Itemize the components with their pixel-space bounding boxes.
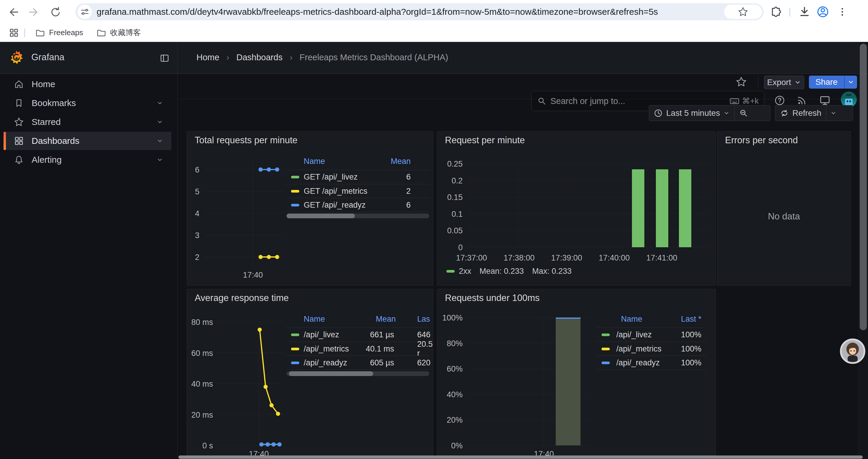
series-color-dash <box>601 333 610 336</box>
display-button[interactable] <box>819 95 831 106</box>
panel-request-per-minute: Request per minute 0.250.20.150.10.05017… <box>437 131 716 286</box>
legend-row[interactable]: GET /api/_livez 6 <box>286 170 429 184</box>
panel-average-response-time: Average response time 80 ms60 ms40 ms20 … <box>187 289 433 459</box>
svg-text:17:38:00: 17:38:00 <box>503 254 534 262</box>
bookmark-folder-blogs[interactable]: 收藏博客 <box>96 28 141 38</box>
scrollbar-thumb[interactable] <box>289 371 373 376</box>
horizontal-scrollbar-thumb[interactable] <box>179 455 863 459</box>
legend-col-mean[interactable]: Mean <box>376 315 396 324</box>
sidebar-item-home[interactable]: Home <box>4 76 172 93</box>
page-scrollbar-thumb[interactable] <box>860 44 867 330</box>
bar-chart[interactable]: 0.250.20.150.10.05017:37:0017:38:0017:39… <box>437 131 716 285</box>
series-color-dash <box>291 190 299 193</box>
series-color-dash <box>291 362 299 364</box>
legend-col-name[interactable]: Name <box>304 315 325 324</box>
legend-row[interactable]: /api/_livez 661 µs 646 <box>286 328 429 341</box>
refresh-icon <box>780 109 789 118</box>
svg-text:0.1: 0.1 <box>452 210 463 219</box>
time-controls: Last 5 minutes <box>649 105 771 121</box>
chevron-down-icon[interactable] <box>157 157 163 163</box>
floating-assistant-avatar[interactable] <box>840 338 865 364</box>
chevron-down-icon[interactable] <box>157 100 163 106</box>
legend-row[interactable]: /api/_readyz 100% <box>597 356 706 369</box>
series-mean: 6 <box>406 172 411 182</box>
sidebar-item-label: Bookmarks <box>32 98 157 108</box>
favorite-dashboard-button[interactable] <box>736 76 747 88</box>
apps-grid-button[interactable] <box>7 26 21 40</box>
breadcrumb-dashboards[interactable]: Dashboards <box>236 53 282 62</box>
toolbar-divider <box>758 76 758 88</box>
rss-icon <box>797 95 807 106</box>
legend-row[interactable]: GET /api/_readyz 6 <box>286 198 429 212</box>
brand-name: Grafana <box>31 50 64 65</box>
chevron-down-icon <box>723 110 730 116</box>
share-button[interactable]: Share <box>809 76 844 89</box>
bookmark-star-button[interactable] <box>724 5 762 19</box>
chevron-down-icon[interactable] <box>157 138 163 144</box>
news-button[interactable] <box>796 95 808 106</box>
refresh-button[interactable]: Refresh <box>775 105 826 121</box>
legend-col-name[interactable]: Name <box>621 315 642 324</box>
star-icon <box>736 76 747 88</box>
legend-col-last[interactable]: Las <box>417 315 430 324</box>
legend-col-last[interactable]: Last * <box>681 315 701 324</box>
series-name: /api/_livez <box>304 330 339 339</box>
browser-profile-button[interactable] <box>816 5 830 19</box>
refresh-controls: Refresh <box>775 105 853 121</box>
bookmark-folder-freeleaps[interactable]: Freeleaps <box>35 28 83 38</box>
bookmarks-divider <box>24 28 25 37</box>
time-range-picker[interactable]: Last 5 minutes <box>649 105 734 121</box>
downloads-button[interactable] <box>798 5 811 19</box>
bell-icon <box>14 155 24 165</box>
sidebar-item-starred[interactable]: Starred <box>4 114 172 130</box>
share-menu-button[interactable] <box>844 76 857 89</box>
legend-row[interactable]: /api/_readyz 605 µs 620 <box>286 356 429 369</box>
dock-menu-button[interactable] <box>159 53 169 63</box>
svg-text:40%: 40% <box>447 390 463 399</box>
series-name: /api/_metrics <box>616 345 661 354</box>
breadcrumb-home[interactable]: Home <box>196 53 219 62</box>
browser-forward-button[interactable] <box>27 5 41 19</box>
refresh-interval-button[interactable] <box>826 105 840 121</box>
legend-col-name[interactable]: Name <box>304 157 325 166</box>
legend-header: Name Mean Las <box>286 315 429 326</box>
toolbar-divider <box>789 8 790 17</box>
help-button[interactable] <box>774 95 785 106</box>
grafana-logo[interactable] <box>9 50 24 65</box>
chevron-down-icon[interactable] <box>157 119 163 125</box>
legend-scrollbar[interactable] <box>286 371 429 376</box>
svg-text:5: 5 <box>195 187 199 196</box>
export-button[interactable]: Export <box>764 76 804 89</box>
sidebar-item-alerting[interactable]: Alerting <box>4 152 172 168</box>
legend-row[interactable]: GET /api/_metrics 2 <box>286 184 429 198</box>
legend-col-mean[interactable]: Mean <box>391 157 411 166</box>
sidebar-item-bookmarks[interactable]: Bookmarks <box>4 95 172 111</box>
sidebar-item-dashboards[interactable]: Dashboards <box>4 133 172 149</box>
panel-requests-under-100ms: Requests under 100ms 100%80%60%40%20%0%1… <box>437 289 716 459</box>
legend-row[interactable]: /api/_metrics 100% <box>597 342 706 356</box>
legend-row[interactable]: /api/_metrics 40.1 ms 20.5 r <box>286 342 429 356</box>
address-bar[interactable]: grafana.mathmast.com/d/deytv4rwavabkb/fr… <box>75 3 764 21</box>
browser-reload-button[interactable] <box>49 5 62 19</box>
legend-scrollbar[interactable] <box>286 214 429 218</box>
series-color-dash <box>601 362 610 364</box>
breadcrumb-separator: › <box>226 53 229 62</box>
series-mean: 661 µs <box>361 330 394 339</box>
zoom-out-button[interactable] <box>735 105 753 121</box>
chevron-down-icon <box>831 110 836 116</box>
series-mean: 2 <box>406 187 411 196</box>
table-divider <box>597 369 706 370</box>
table-divider <box>286 212 429 212</box>
extensions-button[interactable] <box>769 5 783 19</box>
browser-back-button[interactable] <box>6 5 20 19</box>
browser-menu-button[interactable] <box>836 5 849 19</box>
legend-row[interactable]: /api/_livez 100% <box>597 328 706 341</box>
series-name: /api/_livez <box>616 330 652 339</box>
legend-bottom[interactable]: 2xx Mean: 0.233 Max: 0.233 <box>446 267 572 276</box>
svg-text:0.15: 0.15 <box>447 193 463 202</box>
url-text[interactable]: grafana.mathmast.com/d/deytv4rwavabkb/fr… <box>97 7 658 17</box>
bookmarks-bar: Freeleaps 收藏博客 <box>0 24 868 42</box>
site-settings-icon[interactable] <box>78 5 92 19</box>
scrollbar-thumb[interactable] <box>286 214 355 218</box>
panel-title[interactable]: Errors per second <box>725 135 798 145</box>
